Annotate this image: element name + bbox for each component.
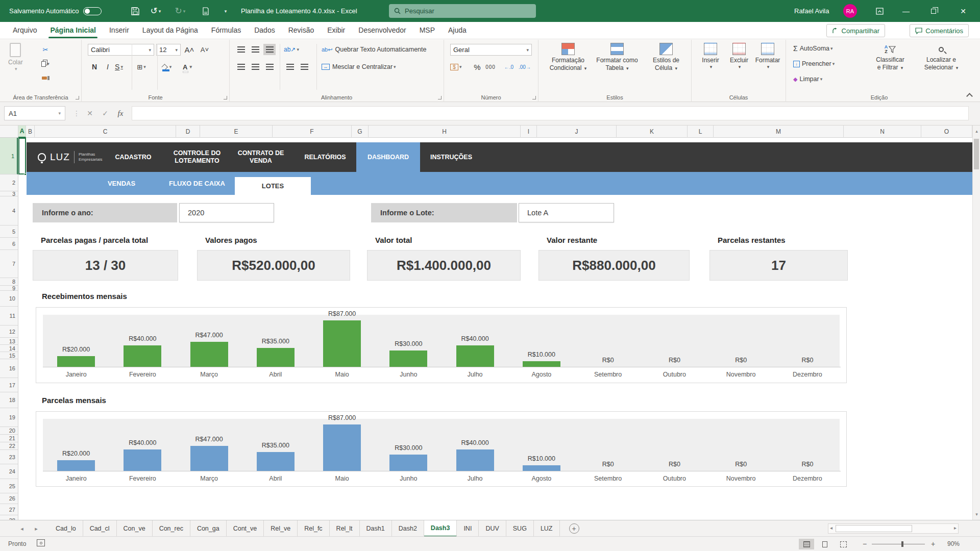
sheet-tab-cad_lo[interactable]: Cad_lo <box>49 520 83 537</box>
column-header-D[interactable]: D <box>176 126 200 138</box>
format-cells-button[interactable]: Formatar▾ <box>754 43 781 70</box>
autosum-button[interactable]: Σ AutoSoma▾ <box>793 43 833 54</box>
increase-indent-icon[interactable] <box>298 61 310 72</box>
align-right-icon[interactable] <box>263 61 276 72</box>
paste-button[interactable]: Colar ▾ <box>8 43 23 72</box>
tab-dados[interactable]: Dados <box>248 22 281 39</box>
sheet-tab-rel_lt[interactable]: Rel_lt <box>330 520 360 537</box>
zoom-level[interactable]: 90% <box>947 540 960 547</box>
font-name-select[interactable]: Calibri▾ <box>88 44 154 56</box>
column-header-N[interactable]: N <box>844 126 921 138</box>
row-header-20[interactable]: 20 <box>0 427 18 435</box>
column-header-B[interactable]: B <box>26 126 35 138</box>
row-headers[interactable]: 1234567891011121314151617181920212223242… <box>0 138 18 520</box>
tab-página-inicial[interactable]: Página Inicial <box>43 22 102 39</box>
fill-handle[interactable] <box>24 173 27 176</box>
formula-input[interactable] <box>132 106 969 120</box>
insert-function-icon[interactable]: fx <box>113 106 128 120</box>
increase-font-icon[interactable]: A˄ <box>184 44 195 55</box>
find-select-button[interactable]: Localizar e Selecionar ▾ <box>918 43 965 71</box>
style-button-2[interactable]: Formatar comoTabela ▾ <box>594 43 641 72</box>
ribbon-display-options-icon[interactable] <box>868 0 891 22</box>
row-header-9[interactable]: 9 <box>0 286 18 291</box>
row-header-4[interactable]: 4 <box>0 196 18 226</box>
nav-tab-cadastro[interactable]: CADASTRO <box>100 142 166 172</box>
prev-sheet-icon[interactable]: ◂ <box>15 520 29 537</box>
search-input[interactable]: Pesquisar <box>389 4 536 18</box>
decrease-decimal-icon[interactable]: .00→ <box>519 61 531 72</box>
sheet-tab-dash2[interactable]: Dash2 <box>392 520 424 537</box>
decrease-indent-icon[interactable] <box>284 61 296 72</box>
column-header-G[interactable]: G <box>352 126 369 138</box>
row-header-7[interactable]: 7 <box>0 250 18 278</box>
nav-tab-controle-do-loteamento[interactable]: CONTROLE DO LOTEAMENTO <box>166 142 228 172</box>
redo-icon[interactable]: ↻▾ <box>172 0 189 22</box>
number-format-select[interactable]: Geral▾ <box>450 44 532 56</box>
sheet-tab-ini[interactable]: INI <box>457 520 479 537</box>
accounting-format-icon[interactable]: $▾ <box>450 61 462 72</box>
confirm-entry-icon[interactable]: ✓ <box>98 106 112 120</box>
style-button-1[interactable]: FormataçãoCondicional ▾ <box>545 43 592 72</box>
scroll-down-icon[interactable]: ▾ <box>973 510 980 519</box>
copy-icon[interactable]: ▾ <box>40 58 51 69</box>
row-header-1[interactable]: 1 <box>0 138 18 174</box>
nav-tab-contrato-de-venda[interactable]: CONTRATO DE VENDA <box>228 142 294 172</box>
row-header-6[interactable]: 6 <box>0 238 18 250</box>
insert-cells-button[interactable]: Inserir▾ <box>697 43 724 70</box>
column-header-E[interactable]: E <box>200 126 273 138</box>
close-button[interactable]: ✕ <box>951 0 975 22</box>
nav-tab-instruções[interactable]: INSTRUÇÕES <box>420 142 482 172</box>
font-color-icon[interactable]: A ▾ <box>182 61 193 72</box>
column-header-H[interactable]: H <box>369 126 521 138</box>
normal-view-icon[interactable] <box>799 539 814 549</box>
tab-inserir[interactable]: Inserir <box>103 22 136 39</box>
name-box[interactable]: A1▾ <box>4 106 65 120</box>
sort-filter-button[interactable]: AZ Classificar e Filtrar ▾ <box>867 43 914 71</box>
row-header-27[interactable]: 27 <box>0 504 18 515</box>
row-header-23[interactable]: 23 <box>0 450 18 464</box>
sheet-tab-con_ve[interactable]: Con_ve <box>117 520 153 537</box>
sheet-tab-luz[interactable]: LUZ <box>534 520 560 537</box>
borders-icon[interactable]: ⊞▾ <box>136 61 147 72</box>
filter-input-2[interactable]: Lote A <box>519 203 614 222</box>
zoom-slider-thumb[interactable] <box>901 541 903 547</box>
fill-color-icon[interactable]: ▾ <box>161 61 173 72</box>
macro-record-icon[interactable] <box>37 539 45 546</box>
percent-style-icon[interactable]: % <box>472 61 483 72</box>
row-header-8[interactable]: 8 <box>0 278 18 286</box>
row-header-3[interactable]: 3 <box>0 191 18 196</box>
sheet-tab-rel_fc[interactable]: Rel_fc <box>298 520 329 537</box>
row-header-12[interactable]: 12 <box>0 325 18 338</box>
comma-style-icon[interactable]: 000 <box>485 61 496 72</box>
sheet-tab-sug[interactable]: SUG <box>506 520 534 537</box>
tab-fórmulas[interactable]: Fórmulas <box>205 22 248 39</box>
save-icon[interactable] <box>127 0 144 22</box>
row-header-24[interactable]: 24 <box>0 464 18 479</box>
sheet-tab-con_ga[interactable]: Con_ga <box>190 520 227 537</box>
align-left-icon[interactable] <box>235 61 247 72</box>
scroll-up-icon[interactable]: ▴ <box>973 127 980 136</box>
add-sheet-button[interactable]: + <box>569 523 579 534</box>
column-header-J[interactable]: J <box>537 126 617 138</box>
row-header-5[interactable]: 5 <box>0 226 18 238</box>
quick-access-menu-icon[interactable]: ▾ <box>216 0 234 22</box>
column-header-O[interactable]: O <box>921 126 972 138</box>
column-headers[interactable]: ABCDEFGHIJKLMNO <box>0 126 972 138</box>
print-preview-icon[interactable] <box>197 0 214 22</box>
merge-center-button[interactable]: ↔ Mesclar e Centralizar ▾ <box>322 61 396 72</box>
select-all-corner[interactable] <box>0 126 18 138</box>
column-header-F[interactable]: F <box>273 126 352 138</box>
tab-exibir[interactable]: Exibir <box>321 22 352 39</box>
avatar[interactable]: RA <box>843 4 857 18</box>
nav-tab-relatórios[interactable]: RELATÓRIOS <box>294 142 356 172</box>
orientation-icon[interactable]: ab↗▾ <box>284 44 299 55</box>
row-header-21[interactable]: 21 <box>0 435 18 442</box>
row-header-17[interactable]: 17 <box>0 378 18 392</box>
sheet-tab-con_rec[interactable]: Con_rec <box>153 520 190 537</box>
row-header-14[interactable]: 14 <box>0 345 18 352</box>
scroll-right-icon[interactable]: ▸ <box>954 525 957 531</box>
sheet-tab-cont_ve[interactable]: Cont_ve <box>227 520 264 537</box>
page-break-view-icon[interactable] <box>836 539 851 549</box>
horizontal-scrollbar[interactable]: ◂ ▸ <box>828 523 959 534</box>
tab-arquivo[interactable]: Arquivo <box>6 22 43 39</box>
